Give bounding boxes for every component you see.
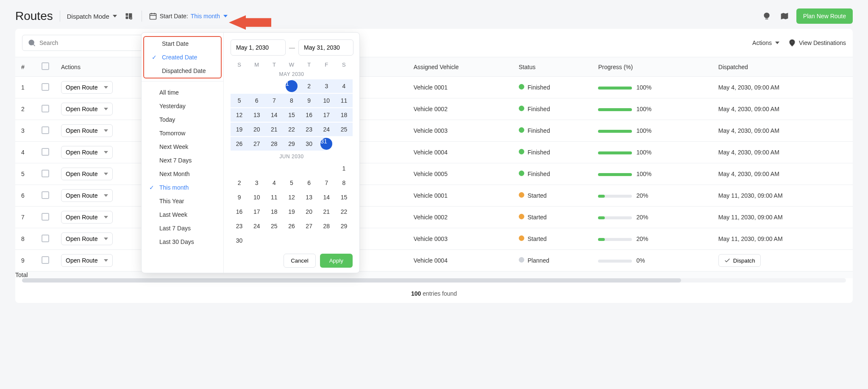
calendar-day[interactable]: 9 [300,94,318,107]
schedule-icon[interactable] [761,10,773,22]
calendar-day[interactable]: 16 [231,205,248,218]
open-route-button[interactable]: Open Route [61,81,113,94]
calendar-day[interactable]: 14 [318,190,335,204]
range-preset-option[interactable]: ✓Last 7 Days [142,221,223,235]
calendar-day[interactable]: 9 [231,190,248,204]
calendar-day[interactable]: 2 [300,79,318,93]
apply-button[interactable]: Apply [320,254,353,268]
row-checkbox[interactable] [42,126,49,134]
map-icon[interactable] [779,10,790,22]
range-preset-option[interactable]: ✓All time [142,86,223,99]
calendar-day[interactable]: 15 [335,190,353,204]
row-checkbox[interactable] [42,148,49,156]
actions-button[interactable]: Actions [752,39,779,46]
range-preset-option[interactable]: ✓Next 7 Days [142,154,223,167]
calendar-day[interactable]: 1 [335,162,353,175]
calendar-day[interactable]: 24 [318,123,335,136]
select-all-checkbox[interactable] [42,62,49,70]
row-checkbox[interactable] [42,105,49,112]
date-from-input[interactable] [231,39,286,56]
calendar-day[interactable]: 6 [248,94,265,107]
calendar-day[interactable]: 30 [231,234,248,247]
calendar-day[interactable]: 4 [265,176,283,190]
cancel-button[interactable]: Cancel [284,254,316,268]
calendar-day[interactable]: 10 [248,190,265,204]
calendar-day[interactable]: 4 [335,79,353,93]
date-field-option[interactable]: ✓Created Date [144,50,221,64]
calendar-day[interactable]: 27 [300,219,318,233]
range-preset-option[interactable]: ✓Last Week [142,208,223,221]
calendar-day[interactable]: 26 [283,219,300,233]
calendar-day[interactable]: 8 [283,94,300,107]
calendar-day[interactable]: 30 [300,137,318,151]
search-input[interactable] [39,39,152,46]
calendar-day[interactable]: 10 [318,94,335,107]
calendar-day[interactable]: 26 [231,137,248,151]
calendar-day[interactable]: 27 [248,137,265,151]
calendar-day[interactable]: 29 [335,219,353,233]
calendar-day[interactable]: 8 [335,176,353,190]
calendar-day[interactable]: 7 [265,94,283,107]
range-preset-option[interactable]: ✓Tomorrow [142,126,223,140]
calendar-day[interactable]: 16 [300,108,318,122]
calendar-day[interactable]: 11 [265,190,283,204]
calendar-day[interactable]: 7 [318,176,335,190]
calendar-day[interactable]: 22 [283,123,300,136]
calendar-day[interactable]: 2 [231,176,248,190]
calendar-day[interactable]: 21 [318,205,335,218]
calendar-day[interactable]: 25 [335,123,353,136]
dispatch-button[interactable]: Dispatch [718,254,761,267]
calendar-day[interactable]: 23 [231,219,248,233]
calendar-day[interactable]: 17 [318,108,335,122]
row-checkbox[interactable] [42,170,49,177]
calendar-day[interactable]: 20 [300,205,318,218]
range-preset-option[interactable]: ✓This month [142,181,223,194]
open-route-button[interactable]: Open Route [61,189,113,202]
calendar-day[interactable]: 13 [300,190,318,204]
range-preset-option[interactable]: ✓Next Month [142,167,223,181]
scrollbar-thumb[interactable] [22,278,681,283]
view-destinations-button[interactable]: View Destinations [788,39,846,47]
calendar-day[interactable]: 15 [283,108,300,122]
calendar-day[interactable]: 31 [318,137,335,151]
open-route-button[interactable]: Open Route [61,211,113,224]
calendar-day[interactable]: 3 [248,176,265,190]
calendar-day[interactable]: 3 [318,79,335,93]
row-checkbox[interactable] [42,256,49,264]
row-checkbox[interactable] [42,235,49,242]
calendar-day[interactable]: 28 [265,137,283,151]
calendar-day[interactable]: 18 [265,205,283,218]
search-box[interactable] [22,35,158,51]
calendar-day[interactable]: 22 [335,205,353,218]
date-field-option[interactable]: ✓Start Date [144,37,221,50]
row-checkbox[interactable] [42,213,49,221]
open-route-button[interactable]: Open Route [61,254,113,267]
calendar-day[interactable]: 28 [318,219,335,233]
calendar-day[interactable]: 23 [300,123,318,136]
date-field-option[interactable]: ✓Dispatched Date [144,64,221,78]
calendar-day[interactable]: 13 [248,108,265,122]
calendar-day[interactable]: 12 [283,190,300,204]
calendar-day[interactable]: 20 [248,123,265,136]
open-route-button[interactable]: Open Route [61,103,113,115]
calendar-day[interactable]: 6 [300,176,318,190]
calendar-day[interactable]: 21 [265,123,283,136]
calendar-day[interactable]: 25 [265,219,283,233]
calendar-day[interactable]: 29 [283,137,300,151]
dispatch-mode-button[interactable]: Dispatch Mode [67,13,117,20]
calendar-day[interactable]: 5 [283,176,300,190]
calendar-day[interactable]: 19 [231,123,248,136]
calendar-day[interactable]: 14 [265,108,283,122]
row-checkbox[interactable] [42,191,49,199]
date-filter-button[interactable]: Start Date: This month [149,12,228,20]
calendar-day[interactable]: 24 [248,219,265,233]
layout-icon[interactable] [123,10,135,22]
horizontal-scrollbar[interactable] [22,278,846,283]
range-preset-option[interactable]: ✓Yesterday [142,99,223,113]
range-preset-option[interactable]: ✓Next Week [142,140,223,154]
open-route-button[interactable]: Open Route [61,168,113,180]
calendar-day[interactable]: 11 [335,94,353,107]
calendar-day[interactable]: 12 [231,108,248,122]
row-checkbox[interactable] [42,83,49,91]
range-preset-option[interactable]: ✓Today [142,113,223,126]
